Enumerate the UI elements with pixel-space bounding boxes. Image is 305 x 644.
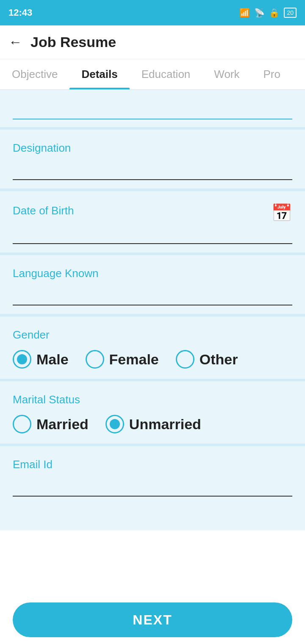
- status-time: 12:43: [8, 7, 32, 18]
- dob-label: Date of Birth: [13, 204, 74, 217]
- battery-indicator: 20: [284, 8, 297, 18]
- gender-male-option[interactable]: Male: [13, 350, 69, 369]
- gender-male-radio[interactable]: [13, 350, 31, 369]
- tab-objective[interactable]: Objective: [0, 59, 69, 89]
- next-button-container: NEXT: [0, 596, 305, 644]
- gender-other-radio[interactable]: [176, 350, 194, 369]
- gender-radio-group: Male Female Other: [13, 350, 292, 369]
- language-input[interactable]: [13, 284, 292, 305]
- designation-section: Designation: [0, 130, 305, 191]
- first-field-input[interactable]: [13, 98, 292, 119]
- gender-female-option[interactable]: Female: [86, 350, 159, 369]
- tab-bar: Objective Details Education Work Pro: [0, 59, 305, 90]
- marital-unmarried-option[interactable]: Unmarried: [105, 415, 201, 433]
- marital-radio-group: Married Unmarried: [13, 415, 292, 433]
- language-label: Language Known: [13, 267, 292, 280]
- lock-icon: 🔒: [269, 8, 280, 18]
- gender-female-label: Female: [109, 351, 159, 368]
- dob-section: Date of Birth 📅: [0, 191, 305, 255]
- tab-details[interactable]: Details: [69, 59, 129, 89]
- back-button[interactable]: ←: [8, 34, 22, 50]
- tab-work[interactable]: Work: [202, 59, 251, 89]
- designation-label: Designation: [13, 142, 292, 155]
- tab-pro[interactable]: Pro: [252, 59, 292, 89]
- page-title: Job Resume: [30, 34, 116, 50]
- email-label: Email Id: [13, 458, 292, 471]
- marital-label: Marital Status: [13, 393, 292, 406]
- wifi-icon: 📡: [254, 8, 265, 18]
- next-button[interactable]: NEXT: [13, 602, 292, 637]
- gender-female-radio[interactable]: [86, 350, 104, 369]
- email-section: Email Id: [0, 446, 305, 530]
- signal-icon: 📶: [239, 8, 250, 18]
- marital-unmarried-radio[interactable]: [105, 415, 124, 433]
- language-section: Language Known: [0, 255, 305, 316]
- marital-married-option[interactable]: Married: [13, 415, 89, 433]
- calendar-icon[interactable]: 📅: [271, 203, 292, 223]
- gender-other-label: Other: [200, 351, 238, 368]
- marital-married-label: Married: [36, 416, 89, 433]
- email-input[interactable]: [13, 475, 292, 497]
- designation-input[interactable]: [13, 159, 292, 180]
- gender-other-option[interactable]: Other: [176, 350, 238, 369]
- gender-section: Gender Male Female Other: [0, 316, 305, 381]
- status-bar: 12:43 📶 📡 🔒 20: [0, 0, 305, 25]
- app-header: ← Job Resume: [0, 25, 305, 59]
- tab-education[interactable]: Education: [130, 59, 202, 89]
- gender-label: Gender: [13, 328, 292, 341]
- marital-unmarried-label: Unmarried: [129, 416, 201, 433]
- dob-input[interactable]: [13, 223, 292, 244]
- form-area: Designation Date of Birth 📅 Language Kno…: [0, 90, 305, 530]
- marital-married-radio[interactable]: [13, 415, 31, 433]
- first-field-section: [0, 90, 305, 130]
- marital-section: Marital Status Married Unmarried: [0, 381, 305, 446]
- status-icons: 📶 📡 🔒 20: [239, 8, 297, 18]
- gender-male-label: Male: [36, 351, 69, 368]
